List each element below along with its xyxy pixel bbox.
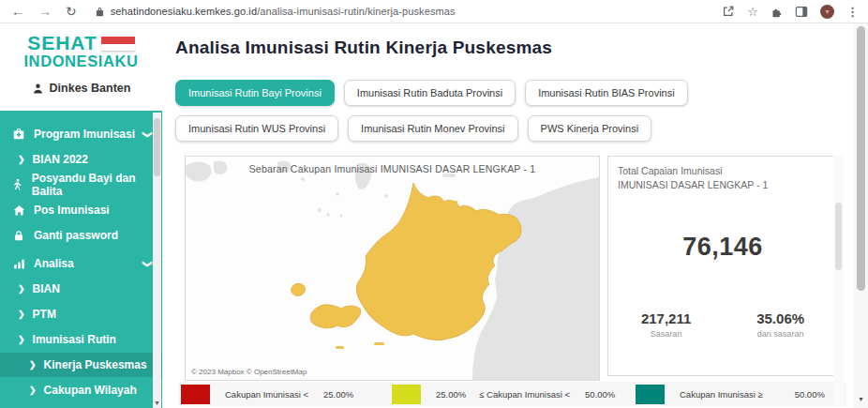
tab-imunisasi-rutin-bias-provinsi[interactable]: Imunisasi Rutin BIAS Provinsi <box>525 80 688 106</box>
sasaran-stat: 217,211 Sasaran <box>641 310 691 339</box>
page-title: Analisa Imunisasi Rutin Kinerja Puskesma… <box>175 38 552 58</box>
logged-in-user: Dinkes Banten <box>0 82 162 95</box>
page-scrollbar[interactable]: ▾ <box>854 23 868 408</box>
tab-bar: Imunisasi Rutin Bayi Provinsi Imunisasi … <box>175 80 794 142</box>
tab-imunisasi-rutin-baduta-provinsi[interactable]: Imunisasi Rutin Baduta Provinsi <box>344 80 516 106</box>
legend-value: 25.00% <box>323 389 353 400</box>
stats-panel: Total Capaian Imunisasi IMUNISASI DASAR … <box>607 156 838 376</box>
sidebar-item-imunisasi-rutin[interactable]: ❯ Imunisasi Rutin <box>0 327 162 352</box>
legend-swatch-teal <box>636 385 665 404</box>
chevron-down-icon: ❯ <box>142 130 152 138</box>
sidebar-item-analisa[interactable]: Analisa ❯ <box>0 251 162 276</box>
home-icon <box>11 204 26 217</box>
sasaran-label: Sasaran <box>641 329 691 339</box>
sidebar-item-label: Pos Imunisasi <box>34 204 110 217</box>
user-icon <box>32 83 44 95</box>
sidebar-item-ptm[interactable]: ❯ PTM <box>0 302 162 326</box>
extensions-puzzle-icon[interactable] <box>771 6 783 18</box>
map-title: Sebaran Cakupan Imunisasi IMUNISASI DASA… <box>186 163 599 174</box>
chevron-right-icon: ❯ <box>29 360 37 370</box>
side-panel-icon[interactable] <box>795 6 808 18</box>
stats-row: 217,211 Sasaran 35.06% dari sasaran <box>608 310 837 339</box>
bar-chart-icon <box>11 258 26 270</box>
logo-text-line2: INDONESIAKU <box>0 53 162 69</box>
url-host: sehatindonesiaku.kemkes.go.id <box>111 6 257 17</box>
page-scroll-down-arrow-icon[interactable]: ▾ <box>854 395 868 403</box>
dashboard-scrollbar[interactable] <box>833 156 844 406</box>
sidebar-item-label: Analisa <box>34 257 74 270</box>
tab-imunisasi-rutin-monev-provinsi[interactable]: Imunisasi Rutin Monev Provinsi <box>348 115 517 142</box>
sidebar-scrollbar[interactable]: ▾ <box>153 113 161 408</box>
sidebar-item-label: BIAN 2022 <box>33 153 88 166</box>
map-panel: Sebaran Cakupan Imunisasi IMUNISASI DASA… <box>185 156 600 381</box>
bookmark-star-icon[interactable]: ☆ <box>747 5 758 19</box>
sasaran-value: 217,211 <box>641 310 691 326</box>
sidebar-item-ganti-password[interactable]: Ganti password <box>0 223 162 248</box>
chevron-right-icon: ❯ <box>18 284 25 294</box>
sidebar-item-program-imunisasi[interactable]: Program Imunisasi ❯ <box>0 122 162 146</box>
chevron-right-icon: ❯ <box>18 310 25 319</box>
browser-menu-icon[interactable]: ⋮ <box>846 5 859 19</box>
sidebar-item-label: Ganti password <box>34 229 118 242</box>
back-icon[interactable]: ← <box>11 5 24 18</box>
percent-value: 35.06% <box>756 310 804 326</box>
sidebar: SEHAT INDONESIAKU Dinkes Banten Program … <box>0 23 162 408</box>
legend-item-low: Cakupan Imunisasi < 25.00% <box>181 382 353 406</box>
legend-swatch-yellow <box>392 385 421 404</box>
stats-title-line1: Total Capaian Imunisasi <box>618 164 828 178</box>
page-scrollbar-thumb[interactable] <box>857 26 865 291</box>
sidebar-item-bian[interactable]: ❯ BIAN <box>0 277 162 301</box>
map-canvas[interactable] <box>186 157 599 380</box>
stats-title-line2: IMUNISASI DASAR LENGKAP - 1 <box>618 178 828 192</box>
forward-icon[interactable]: → <box>38 5 52 18</box>
sidebar-item-posyandu-bayi-dan-balita[interactable]: Posyandu Bayi dan Balita <box>0 173 162 197</box>
app-logo: SEHAT INDONESIAKU <box>0 23 162 69</box>
sidebar-item-label: Cakupan Wilayah <box>44 384 137 397</box>
legend-value: 50.00% <box>585 389 615 400</box>
chevron-right-icon: ❯ <box>18 155 25 164</box>
chevron-right-icon: ❯ <box>29 385 37 395</box>
sidebar-item-label: PTM <box>33 308 56 321</box>
walking-person-icon <box>11 178 24 191</box>
indonesia-flag-icon <box>101 37 135 51</box>
tab-imunisasi-rutin-bayi-provinsi[interactable]: Imunisasi Rutin Bayi Provinsi <box>175 80 335 106</box>
percent-stat: 35.06% dari sasaran <box>756 310 804 339</box>
profile-avatar[interactable]: ▾ <box>820 5 834 19</box>
sidebar-item-kinerja-puskesmas[interactable]: ❯ Kinerja Puskesmas <box>0 353 162 377</box>
sidebar-item-cakupan-wilayah[interactable]: ❯ Cakupan Wilayah <box>0 378 162 402</box>
dashboard-scrollbar-thumb[interactable] <box>835 203 842 270</box>
legend-prefix: 25.00% <box>436 389 466 400</box>
stats-title: Total Capaian Imunisasi IMUNISASI DASAR … <box>608 157 837 191</box>
padlock-icon[interactable] <box>96 7 104 17</box>
legend-label: ≤ Cakupan Imunisasi < <box>479 389 570 400</box>
legend-label: Cakupan Imunisasi < <box>225 389 308 400</box>
sidebar-item-label: Posyandu Bayi dan Balita <box>32 172 151 198</box>
sidebar-item-label: Kinerja Puskesmas <box>44 358 147 371</box>
sidebar-item-label: Program Imunisasi <box>34 128 135 141</box>
sidebar-item-label: Imunisasi Rutin <box>33 333 116 346</box>
medical-bag-icon <box>11 128 26 141</box>
share-icon[interactable] <box>722 5 735 18</box>
url-text[interactable]: sehatindonesiaku.kemkes.go.id/analisa-im… <box>111 6 456 17</box>
sidebar-scrollbar-thumb[interactable] <box>154 118 160 176</box>
sidebar-scroll-down-arrow-icon[interactable]: ▾ <box>153 399 161 407</box>
lock-icon <box>11 230 26 242</box>
tab-pws-kinerja-provinsi[interactable]: PWS Kinerja Provinsi <box>528 115 652 142</box>
url-path: /analisa-imunisasi-rutin/kinerja-puskesm… <box>257 6 455 17</box>
address-bar[interactable]: sehatindonesiaku.kemkes.go.id/analisa-im… <box>96 6 456 17</box>
reload-icon[interactable]: ↻ <box>66 5 77 18</box>
total-capaian-value: 76,146 <box>608 233 837 262</box>
legend-swatch-red <box>181 385 210 404</box>
browser-toolbar: ← → ↻ sehatindonesiaku.kemkes.go.id/anal… <box>0 0 868 23</box>
legend-item-high: Cakupan Imunisasi ≥ 50.00% <box>636 382 825 406</box>
sidebar-item-pos-imunisasi[interactable]: Pos Imunisasi <box>0 198 162 222</box>
sidebar-item-bian-2022[interactable]: ❯ BIAN 2022 <box>0 147 162 172</box>
user-name: Dinkes Banten <box>50 82 131 95</box>
sidebar-item-label: BIAN <box>33 282 60 295</box>
tab-imunisasi-rutin-wus-provinsi[interactable]: Imunisasi Rutin WUS Provinsi <box>175 115 338 142</box>
chevron-right-icon: ❯ <box>18 335 25 344</box>
main-content: Analisa Imunisasi Rutin Kinerja Puskesma… <box>162 23 849 408</box>
logo-text-line1: SEHAT <box>27 33 97 53</box>
percent-label: dari sasaran <box>756 329 804 339</box>
map-attribution[interactable]: © 2023 Mapbox © OpenStreetMap <box>191 368 307 376</box>
